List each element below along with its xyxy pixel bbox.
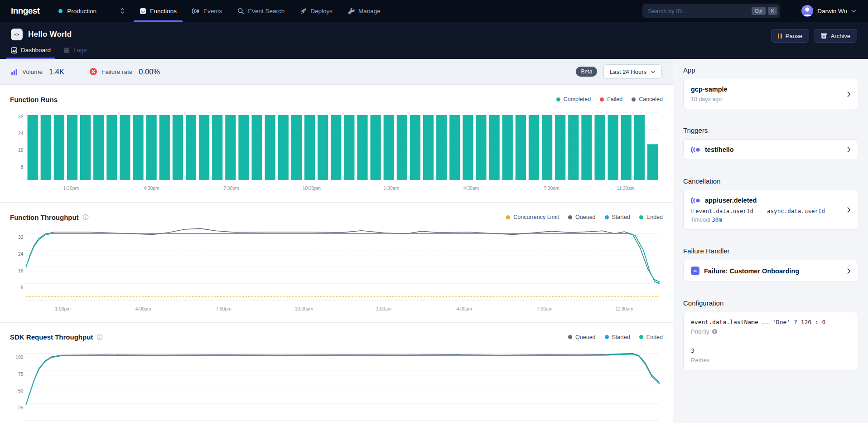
failure-rate-stat: Failure rate 0.00% [90, 68, 160, 76]
legend-dot [639, 215, 643, 219]
sdk-throughput-chart: 2550751001:00pm4:00pm7:00pm10:00pm1:00am… [10, 346, 663, 427]
chevron-down-icon [651, 70, 656, 73]
page-title: Hello World [28, 30, 72, 39]
legend-label: Started [612, 334, 630, 340]
svg-text:50: 50 [18, 388, 24, 393]
legend-label: Ended [646, 334, 663, 340]
app-card[interactable]: gcp-sample 18 days ago [683, 79, 858, 109]
failure-handler-name: Failure: Customer Onboarding [704, 267, 799, 275]
svg-text:10:30pm: 10:30pm [303, 186, 321, 191]
failure-handler-card[interactable]: <> Failure: Customer Onboarding [683, 260, 858, 282]
chart-title: SDK Request Throughput [10, 333, 93, 341]
svg-text:75: 75 [18, 371, 24, 376]
event-trigger-icon [691, 197, 700, 204]
svg-text:7:00am: 7:00am [537, 306, 553, 311]
stats-bar: Volume 1.4K Failure rate 0.00% Beta Last… [0, 59, 673, 85]
section-heading-app: App [683, 66, 858, 74]
global-search[interactable]: Ctrl K [642, 4, 780, 18]
legend-item-queued: Queued [568, 334, 595, 340]
pause-button[interactable]: Pause [771, 29, 809, 43]
info-icon[interactable] [96, 334, 103, 340]
inngest-logo[interactable]: inngest [0, 6, 51, 16]
main-panel: Volume 1.4K Failure rate 0.00% Beta Last… [0, 59, 673, 423]
tab-label: Dashboard [21, 47, 51, 53]
failure-rate-value: 0.00% [139, 68, 160, 76]
nav-item-label: Manage [358, 8, 381, 15]
svg-text:32: 32 [18, 235, 24, 240]
nav-item-events[interactable]: Events [192, 0, 222, 22]
nav-item-manage[interactable]: Manage [348, 0, 381, 22]
svg-text:1:00am: 1:00am [376, 306, 392, 311]
legend-dot [568, 215, 572, 219]
terminal-icon: >_ [63, 47, 70, 53]
condition-label: If [691, 208, 694, 214]
app-last-synced: 18 days ago [691, 96, 840, 102]
info-icon[interactable] [82, 214, 89, 220]
app-name: gcp-sample [691, 86, 840, 93]
legend-label: Completed [564, 96, 591, 102]
pause-label: Pause [786, 33, 802, 39]
svg-text:7:00pm: 7:00pm [216, 306, 231, 311]
time-range-select[interactable]: Last 24 Hours [603, 64, 662, 79]
failure-handler-group: Failure Handler <> Failure: Customer Onb… [683, 247, 858, 282]
svg-text:1:30am: 1:30am [384, 186, 400, 191]
legend-label: Failed [607, 96, 622, 102]
search-input[interactable] [648, 8, 749, 15]
svg-text:24: 24 [18, 131, 24, 136]
bar-chart-icon [11, 68, 18, 75]
archive-button[interactable]: Archive [814, 29, 857, 43]
shortcut-key-ctrl: Ctrl [752, 7, 766, 15]
environment-status-dot [58, 9, 63, 13]
volume-stat: Volume 1.4K [11, 68, 64, 76]
legend-label: Queued [575, 214, 595, 220]
nav-item-label: Events [203, 8, 222, 15]
function-code-icon: <> [691, 267, 699, 275]
tab-dashboard[interactable]: Dashboard [11, 47, 51, 59]
beta-badge: Beta [576, 67, 597, 77]
legend-label: Queued [575, 334, 595, 340]
rocket-icon [300, 8, 307, 15]
functions-icon: <> [140, 8, 146, 15]
legend-item-concurrency-limit: Concurrency Limit [506, 214, 559, 220]
retries-value: 3 [691, 347, 850, 354]
function-runs-chart: 81624321:30pm4:30pm7:30pm10:30pm1:30am4:… [10, 108, 663, 196]
function-runs-legend: Completed Failed Canceled [556, 96, 663, 102]
retries-label: Retries [691, 357, 850, 364]
function-tabs: Dashboard >_ Logs [11, 47, 857, 59]
app-root: inngest Production <> Functions Events E… [0, 0, 868, 423]
nav-item-deploys[interactable]: Deploys [300, 0, 333, 22]
legend-dot [605, 215, 609, 219]
legend-dot [639, 335, 643, 339]
configuration-group: Configuration event.data.lastName == 'Do… [683, 299, 858, 370]
chevron-right-icon [847, 91, 851, 97]
primary-nav: <> Functions Events Event Search Deploys… [140, 0, 380, 22]
legend-label: Started [612, 214, 630, 220]
svg-text:<>: <> [141, 10, 145, 13]
content: Volume 1.4K Failure rate 0.00% Beta Last… [0, 59, 868, 423]
nav-item-event-search[interactable]: Event Search [237, 0, 285, 22]
shortcut-key-k: K [768, 7, 777, 15]
archive-label: Archive [831, 33, 850, 39]
section-heading-triggers: Triggers [683, 126, 858, 134]
legend-item-ended: Ended [639, 334, 663, 340]
trigger-card[interactable]: test/hello [683, 139, 858, 160]
failure-rate-label: Failure rate [101, 68, 132, 75]
chevron-right-icon [847, 207, 851, 213]
svg-text:25: 25 [18, 405, 24, 410]
info-icon[interactable] [712, 329, 718, 335]
section-heading-configuration: Configuration [683, 299, 858, 307]
legend-dot [605, 335, 609, 339]
legend-item-ended: Ended [639, 214, 663, 220]
search-icon [237, 8, 244, 15]
nav-item-functions[interactable]: <> Functions [140, 0, 177, 22]
legend-label: Canceled [639, 96, 663, 102]
environment-switcher[interactable]: Production [51, 8, 132, 15]
svg-text:4:00am: 4:00am [456, 306, 472, 311]
user-menu[interactable]: Darwin Wu [792, 5, 868, 17]
cancellation-card[interactable]: app/user.deleted If event.data.userId ==… [683, 190, 858, 230]
function-runs-section: Function Runs Completed Failed Canceled … [0, 85, 673, 196]
avatar [801, 5, 813, 17]
chevron-right-icon [847, 147, 851, 153]
priority-expression: event.data.lastName == 'Doe' ? 120 : 0 [691, 319, 850, 325]
tab-logs[interactable]: >_ Logs [63, 47, 87, 59]
